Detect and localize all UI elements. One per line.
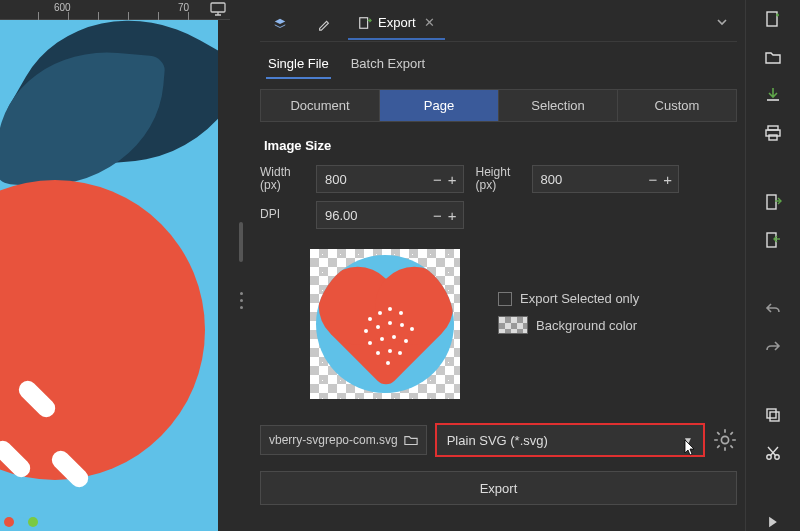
expand-arrow-icon[interactable] [762,513,784,531]
svg-point-2 [721,436,728,443]
mode-tab-single[interactable]: Single File [266,50,331,79]
dpi-decrement[interactable]: − [433,208,442,223]
width-input[interactable]: −+ [316,165,464,193]
dpi-input[interactable]: −+ [316,201,464,229]
export-panel: Export ✕ Single File Batch Export Docume… [252,0,745,531]
dpi-increment[interactable]: + [448,208,457,223]
color-indicator[interactable] [4,517,38,527]
image-size-heading: Image Size [260,126,737,159]
filename-text: vberry-svgrepo-com.svg [269,433,398,447]
height-decrement[interactable]: − [649,172,658,187]
canvas-viewport[interactable] [0,20,218,531]
display-toggle-icon[interactable] [210,2,226,16]
height-label: Height (px) [476,166,524,192]
export-tab-icon [358,16,372,30]
undo-icon[interactable] [762,300,784,318]
svg-rect-10 [770,412,779,421]
export-button[interactable]: Export [260,471,737,505]
width-increment[interactable]: + [448,172,457,187]
import-page-icon[interactable] [762,231,784,249]
source-tab-page[interactable]: Page [379,90,498,121]
format-text: Plain SVG (*.svg) [447,433,548,448]
panel-tabs: Export ✕ [260,6,737,42]
export-mode-tabs: Single File Batch Export [260,46,737,79]
open-icon[interactable] [762,48,784,66]
export-source-tabs: Document Page Selection Custom [260,89,737,122]
export-preview [310,249,460,399]
import-icon[interactable] [762,86,784,104]
width-field[interactable] [317,172,427,187]
cut-icon[interactable] [762,444,784,462]
format-dropdown[interactable]: Plain SVG (*.svg) ▼ [435,423,705,457]
height-field[interactable] [533,172,643,187]
export-page-icon[interactable] [762,193,784,211]
width-label: Width (px) [260,166,308,192]
panel-tab-label: Export [378,15,416,30]
copy-icon[interactable] [762,406,784,424]
export-selected-label: Export Selected only [520,291,639,306]
height-input[interactable]: −+ [532,165,680,193]
right-toolbar [745,0,800,531]
panel-tab-edit[interactable] [304,8,344,40]
close-icon[interactable]: ✕ [424,15,435,30]
layers-icon [273,17,287,31]
svg-rect-1 [360,17,368,28]
source-tab-document[interactable]: Document [261,90,379,121]
mode-tab-batch[interactable]: Batch Export [349,50,427,79]
svg-rect-7 [767,195,776,209]
export-button-label: Export [480,481,518,496]
width-decrement[interactable]: − [433,172,442,187]
dpi-field[interactable] [317,208,427,223]
panel-tab-layers[interactable] [260,8,300,40]
panel-splitter[interactable] [230,0,252,531]
background-color-label: Background color [536,318,637,333]
canvas-area[interactable]: 600 70 [0,0,230,531]
browse-folder-icon[interactable] [404,434,418,446]
svg-rect-3 [767,12,777,26]
filename-box[interactable]: vberry-svgrepo-com.svg [260,425,427,455]
redo-icon[interactable] [762,338,784,356]
dpi-label: DPI [260,208,308,221]
background-color-swatch[interactable] [498,316,528,334]
print-icon[interactable] [762,124,784,142]
svg-rect-0 [211,3,225,12]
export-settings-button[interactable] [713,428,737,452]
pen-icon [317,17,331,31]
height-increment[interactable]: + [663,172,672,187]
panel-menu-chevron[interactable] [707,15,737,32]
ruler-horizontal[interactable]: 600 70 [0,0,230,20]
cursor-icon [683,439,697,457]
canvas-scrollbar[interactable] [218,20,230,531]
new-document-icon[interactable] [762,10,784,28]
source-tab-selection[interactable]: Selection [498,90,617,121]
export-selected-checkbox[interactable] [498,292,512,306]
svg-rect-9 [767,409,776,418]
source-tab-custom[interactable]: Custom [617,90,736,121]
panel-tab-export[interactable]: Export ✕ [348,8,445,40]
